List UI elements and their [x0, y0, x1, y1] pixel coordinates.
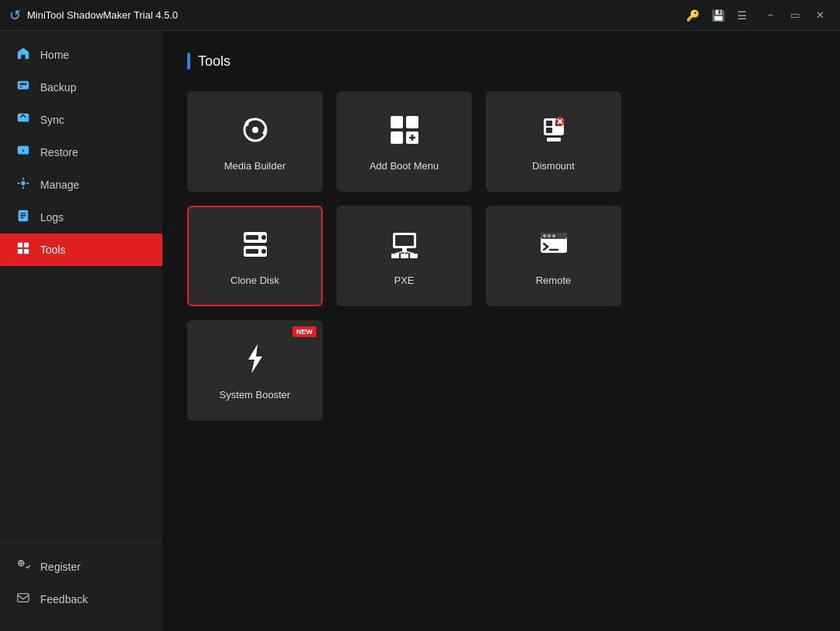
dismount-icon	[536, 112, 572, 152]
svg-rect-11	[24, 243, 29, 247]
pxe-icon	[387, 227, 422, 267]
tools-icon	[15, 241, 31, 258]
add-boot-menu-icon	[387, 112, 422, 152]
svg-rect-1	[20, 83, 27, 85]
remote-label: Remote	[536, 275, 572, 286]
tool-card-clone-disk[interactable]: Clone Disk	[187, 206, 323, 306]
sidebar-label-logs: Logs	[40, 211, 63, 223]
maximize-button[interactable]: ▭	[784, 5, 806, 26]
tool-card-media-builder[interactable]: Media Builder	[187, 91, 323, 192]
save-icon[interactable]: 💾	[712, 9, 725, 22]
svg-rect-33	[547, 138, 561, 142]
content-area: Tools Media Builder	[162, 31, 840, 631]
svg-line-47	[405, 251, 414, 254]
tool-card-add-boot-menu[interactable]: Add Boot Menu	[336, 91, 472, 192]
svg-point-53	[552, 234, 555, 237]
svg-point-51	[543, 234, 546, 237]
svg-rect-13	[24, 249, 29, 254]
svg-rect-39	[246, 249, 258, 254]
tool-card-system-booster[interactable]: NEW System Booster	[187, 320, 323, 421]
sidebar-item-backup[interactable]: Backup	[0, 71, 162, 104]
svg-rect-43	[391, 254, 399, 258]
svg-rect-27	[546, 121, 552, 126]
clone-disk-label: Clone Disk	[230, 275, 279, 286]
svg-line-46	[395, 251, 405, 254]
sync-icon	[15, 111, 31, 128]
remote-icon	[536, 227, 572, 267]
system-booster-icon	[237, 341, 273, 381]
svg-rect-29	[546, 128, 552, 133]
close-button[interactable]: ✕	[809, 5, 831, 26]
svg-rect-10	[18, 243, 22, 247]
title-bar: ↺ MiniTool ShadowMaker Trial 4.5.0 🔑 💾 ☰…	[0, 0, 840, 31]
svg-point-35	[261, 235, 266, 240]
sidebar-label-sync: Sync	[40, 114, 64, 126]
svg-rect-22	[391, 131, 403, 144]
svg-rect-7	[20, 213, 26, 213]
svg-rect-41	[395, 235, 414, 246]
home-icon	[15, 46, 31, 63]
svg-rect-36	[246, 235, 258, 240]
feedback-icon	[15, 591, 31, 608]
svg-point-5	[21, 181, 25, 185]
pxe-label: PXE	[394, 275, 414, 286]
media-builder-label: Media Builder	[224, 160, 286, 172]
register-icon	[15, 558, 31, 575]
svg-point-52	[548, 234, 551, 237]
svg-rect-2	[20, 87, 23, 87]
svg-point-19	[252, 127, 258, 133]
sidebar-item-tools[interactable]: Tools	[0, 234, 162, 266]
sidebar-label-tools: Tools	[40, 244, 66, 256]
svg-rect-20	[391, 116, 403, 128]
svg-rect-17	[18, 594, 29, 602]
app-title: MiniTool ShadowMaker Trial 4.5.0	[27, 9, 686, 21]
add-boot-menu-label: Add Boot Menu	[370, 160, 439, 172]
backup-icon	[15, 79, 31, 96]
sidebar-label-home: Home	[40, 49, 69, 61]
sidebar-item-restore[interactable]: Restore	[0, 136, 162, 169]
sidebar-item-register[interactable]: Register	[0, 551, 162, 583]
logs-icon	[15, 209, 31, 226]
title-bar-actions: 🔑 💾 ☰	[686, 9, 747, 22]
page-title-bar: Tools	[187, 53, 815, 70]
sidebar-bottom: Register Feedback	[0, 542, 162, 623]
sidebar-item-manage[interactable]: Manage	[0, 169, 162, 201]
sidebar-label-manage: Manage	[40, 179, 80, 191]
clone-disk-icon	[237, 227, 273, 267]
dismount-label: Dismount	[532, 160, 575, 172]
minimize-button[interactable]: −	[760, 5, 781, 26]
sidebar-item-feedback[interactable]: Feedback	[0, 583, 162, 616]
tool-card-remote[interactable]: Remote	[486, 206, 621, 306]
svg-rect-45	[401, 254, 408, 258]
app-logo-icon: ↺	[9, 7, 21, 24]
svg-rect-44	[410, 254, 418, 258]
sidebar-label-register: Register	[40, 561, 80, 573]
title-accent	[187, 53, 190, 70]
menu-icon[interactable]: ☰	[737, 9, 747, 22]
svg-point-38	[261, 249, 266, 254]
svg-rect-42	[402, 248, 407, 251]
page-title: Tools	[198, 53, 230, 70]
new-badge: NEW	[292, 326, 316, 337]
svg-rect-8	[20, 215, 26, 216]
sidebar-label-feedback: Feedback	[40, 593, 87, 605]
svg-rect-9	[20, 217, 24, 218]
sidebar-label-backup: Backup	[40, 81, 77, 94]
svg-rect-12	[18, 249, 22, 254]
media-builder-icon	[237, 112, 273, 152]
tool-card-dismount[interactable]: Dismount	[486, 91, 621, 192]
sidebar-item-home[interactable]: Home	[0, 39, 162, 71]
svg-rect-21	[406, 116, 418, 128]
sidebar-item-logs[interactable]: Logs	[0, 201, 162, 234]
main-layout: Home Backup Sync Restore Manage	[0, 31, 840, 631]
window-controls: − ▭ ✕	[760, 5, 831, 26]
system-booster-label: System Booster	[220, 389, 291, 401]
tools-grid: Media Builder Add Boot Menu	[187, 91, 815, 421]
sidebar-item-sync[interactable]: Sync	[0, 104, 162, 136]
key-icon[interactable]: 🔑	[686, 9, 699, 22]
sidebar: Home Backup Sync Restore Manage	[0, 31, 162, 631]
manage-icon	[15, 176, 31, 193]
tool-card-pxe[interactable]: PXE	[336, 206, 472, 306]
sidebar-label-restore: Restore	[40, 146, 78, 159]
restore-icon	[15, 144, 31, 161]
